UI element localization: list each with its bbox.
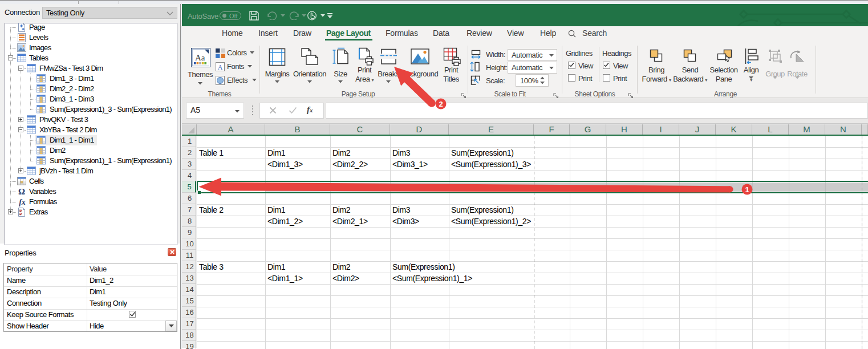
svg-text:1: 1 — [745, 185, 749, 194]
svg-text:2: 2 — [439, 100, 443, 108]
